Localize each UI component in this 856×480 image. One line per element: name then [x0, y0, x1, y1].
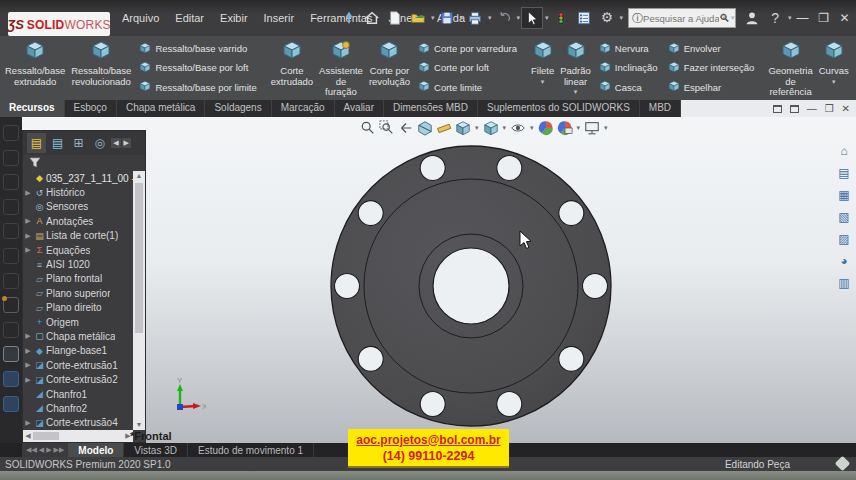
doc-window-icon-2[interactable] — [790, 105, 799, 113]
ribbon-button-ressalto-base-revolucionado[interactable]: Ressalto/base revolucionado — [68, 38, 134, 98]
tab-scroll-buttons[interactable]: ◀◀◀▶▶▶ — [22, 443, 68, 457]
help-caret[interactable]: ▾ — [788, 14, 792, 22]
panel-tabs-right-arrow[interactable]: ▶ — [122, 138, 131, 148]
tab-nav-arrow[interactable]: ▶ — [46, 446, 51, 454]
undo-icon-caret[interactable]: ▾ — [517, 14, 521, 22]
tree-item-anota-es[interactable]: ▶AAnotações — [23, 214, 134, 228]
tree-item-chanfro1[interactable]: ◢Chanfro1 — [23, 387, 134, 401]
filter-funnel-icon[interactable] — [29, 157, 41, 168]
tree-item-chapa-met-lica[interactable]: ▶▢Chapa metálica — [23, 329, 134, 343]
expand-arrow[interactable]: ▶ — [23, 246, 33, 254]
previous-view-icon[interactable] — [398, 120, 414, 136]
save-icon-caret[interactable]: ▾ — [460, 14, 464, 22]
doc-minimize-icon[interactable]: — — [807, 104, 817, 114]
help-search-input[interactable] — [643, 13, 719, 24]
ribbon-button-corte-por-varredura[interactable]: Corte por varredura — [415, 40, 520, 58]
tab-avaliar[interactable]: Avaliar — [335, 100, 384, 117]
user-icon[interactable] — [741, 7, 763, 29]
search-caret[interactable]: ▾ — [731, 14, 735, 22]
tree-item-origem[interactable]: +Origem — [23, 315, 134, 329]
print-icon-caret[interactable]: ▾ — [488, 14, 492, 22]
flange-part-model[interactable] — [326, 141, 616, 431]
expand-arrow[interactable]: ▶ — [23, 217, 33, 225]
tree-item-lista-de-corte-1-[interactable]: ▶▤Lista de corte(1) — [23, 229, 134, 243]
file-properties-icon[interactable] — [573, 7, 595, 29]
open-file-icon[interactable] — [407, 7, 429, 29]
view-settings-icon-caret[interactable]: ▾ — [604, 124, 608, 132]
expand-arrow[interactable]: ▶ — [23, 347, 33, 355]
display-style-icon-caret[interactable]: ▾ — [503, 124, 507, 132]
view-orientation-icon[interactable] — [455, 120, 471, 136]
banner-email[interactable]: aoc.projetos@bol.com.br — [356, 433, 500, 447]
tree-item-corte-extrus-o2[interactable]: ▶◪Corte-extrusão2 — [23, 372, 134, 386]
tab-nav-arrow[interactable]: ◀ — [39, 446, 44, 454]
ribbon-button-ressalto-base-por-limite[interactable]: Ressalto/base por limite — [136, 78, 259, 96]
tree-item-plano-frontal[interactable]: ▱Plano frontal — [23, 272, 134, 286]
tree-item-flange-base1[interactable]: ▶◆Flange-base1 — [23, 344, 134, 358]
view-settings-icon[interactable] — [584, 120, 600, 136]
help-button[interactable]: ? — [764, 7, 786, 29]
tree-horizontal-scrollbar[interactable]: ◀▶ — [23, 430, 133, 442]
tree-item-aisi-1020[interactable]: ≡AISI 1020 — [23, 257, 134, 271]
tab-nav-arrow[interactable]: ▶▶ — [54, 446, 65, 454]
custom-properties-icon[interactable]: ▥ — [836, 275, 852, 290]
menu-arquivo[interactable]: Arquivo — [114, 8, 167, 28]
tab-mbd[interactable]: MBD — [640, 100, 681, 117]
zoom-to-area-icon[interactable] — [379, 120, 395, 136]
measure-icon[interactable] — [436, 120, 452, 136]
tab-chapa-met-lica[interactable]: Chapa metálica — [117, 100, 205, 117]
ribbon-button-assistente-de-fura-o[interactable]: Assistente de furação▾ — [316, 38, 366, 98]
hide-show-items-icon-caret[interactable]: ▾ — [530, 124, 534, 132]
ribbon-button-corte-extrudado[interactable]: Corte extrudado — [268, 38, 316, 98]
propertymanager-tab[interactable]: ▤ — [48, 133, 67, 153]
options-gear-icon[interactable]: ⚙ — [596, 7, 618, 29]
doc-restore-icon[interactable]: ❐ — [825, 104, 834, 114]
view-orientation-icon-caret[interactable]: ▾ — [475, 124, 479, 132]
tree-vertical-scrollbar[interactable]: ▲▼ — [133, 171, 145, 430]
ribbon-button-envolver[interactable]: Envolver — [665, 40, 758, 58]
print-icon[interactable] — [464, 7, 486, 29]
ribbon-button-inclina-o[interactable]: Inclinação — [596, 59, 661, 77]
tab-marca-o[interactable]: Marcação — [272, 100, 335, 117]
tree-item-sensores[interactable]: ◎Sensores — [23, 200, 134, 214]
tree-item-corte-extrus-o1[interactable]: ▶◪Corte-extrusão1 — [23, 358, 134, 372]
tree-item-plano-direito[interactable]: ▱Plano direito — [23, 301, 134, 315]
tab-recursos[interactable]: Recursos — [0, 100, 65, 117]
ribbon-button-casca[interactable]: Casca — [596, 78, 661, 96]
ribbon-button-padr-o-linear[interactable]: Padrão linear▾ — [557, 38, 594, 98]
configurationmanager-tab[interactable]: ⊞ — [69, 133, 88, 153]
bottom-tab-estudo-de-movimento-1[interactable]: Estudo de movimento 1 — [188, 443, 314, 457]
ribbon-button-curvas[interactable]: Curvas▾ — [816, 38, 852, 98]
view-palette-icon[interactable]: ▨ — [836, 231, 852, 246]
ribbon-button-espelhar[interactable]: Espelhar — [665, 78, 758, 96]
home-icon[interactable]: ⌂ — [836, 143, 852, 158]
search-icon[interactable]: 🔍︎ — [719, 12, 730, 24]
ribbon-button-ressalto-base-varrido[interactable]: Ressalto/base varrido — [136, 40, 259, 58]
select-arrow-icon-caret[interactable]: ▾ — [545, 14, 549, 22]
section-view-icon[interactable] — [417, 120, 433, 136]
expand-arrow[interactable]: ▶ — [23, 232, 33, 240]
tree-item-equa-es[interactable]: ▶ΣEquações — [23, 243, 134, 257]
rebuild-traffic-light-icon[interactable] — [550, 7, 572, 29]
file-explorer-icon[interactable]: ▧ — [836, 209, 852, 224]
menu-editar[interactable]: Editar — [167, 8, 212, 28]
tree-item-chanfro2[interactable]: ◢Chanfro2 — [23, 401, 134, 415]
tab-nav-arrow[interactable]: ◀◀ — [26, 446, 37, 454]
doc-window-icon[interactable] — [773, 105, 782, 113]
tree-item-hist-rico[interactable]: ▶↺Histórico — [23, 185, 134, 199]
menu-inserir[interactable]: Inserir — [256, 8, 303, 28]
apply-scene-icon-caret[interactable]: ▾ — [577, 124, 581, 132]
panel-tabs-left-arrow[interactable]: ◀ — [111, 138, 120, 148]
app-close-icon[interactable]: ✕ — [835, 7, 855, 29]
apply-scene-icon[interactable] — [557, 120, 573, 136]
ribbon-button-corte-por-revolu-o[interactable]: Corte por revolução — [366, 38, 413, 98]
expand-arrow[interactable]: ▶ — [23, 189, 33, 197]
app-minimize-icon[interactable]: — — [793, 7, 813, 29]
app-restore-icon[interactable]: ❐ — [814, 7, 834, 29]
zoom-to-fit-icon[interactable] — [360, 120, 376, 136]
tab-dimens-es-mbd[interactable]: Dimensões MBD — [384, 100, 478, 117]
tree-item-plano-superior[interactable]: ▱Plano superior — [23, 286, 134, 300]
ribbon-button-ressalto-base-por-loft[interactable]: Ressalto/Base por loft — [136, 59, 259, 77]
display-style-icon[interactable] — [483, 120, 499, 136]
ribbon-button-corte-por-loft[interactable]: Corte por loft — [415, 59, 520, 77]
